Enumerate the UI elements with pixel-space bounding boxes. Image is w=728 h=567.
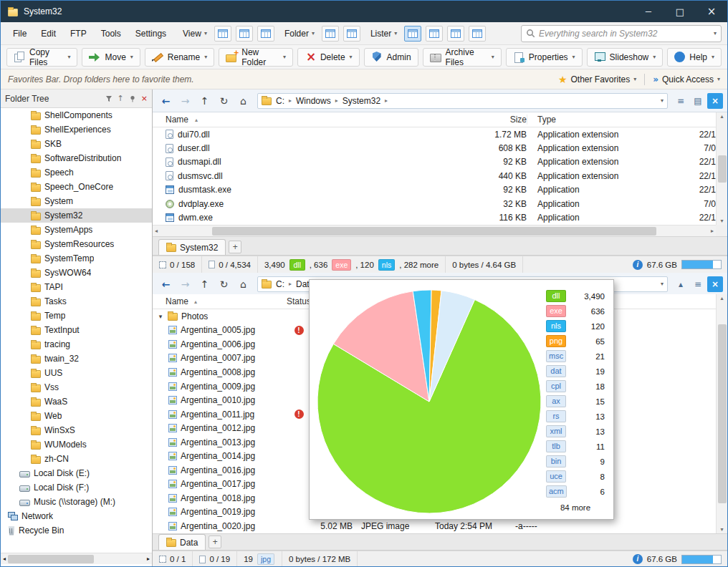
column-header-type[interactable]: Type [527,115,663,125]
file-row[interactable]: dusmtask.exe92 KBApplication22/1 [153,183,716,197]
lister-tree-button[interactable] [469,26,486,42]
filter-icon[interactable] [105,95,112,102]
file-row[interactable]: dusmsvc.dll440 KBApplication extension22… [153,169,716,183]
breadcrumb-item[interactable]: System32 [340,95,383,107]
close-button[interactable]: × [696,1,727,22]
folder-format-button[interactable] [322,26,339,42]
new-folder-button[interactable]: New Folder▾ [219,48,293,67]
forward-button[interactable]: → [176,276,194,293]
column-header-size[interactable]: Size [475,115,527,125]
info-icon[interactable]: i [633,260,643,270]
minimize-button[interactable]: ─ [633,1,664,22]
up-button[interactable]: ↑ [196,92,214,110]
new-tab-button[interactable]: + [229,241,241,253]
expander-icon[interactable]: ▾ [157,313,164,320]
tree-item-system32[interactable]: System32 [1,208,152,223]
lister-menu[interactable]: Lister▾ [363,26,400,42]
folder-options-button[interactable] [343,26,360,42]
scroll-right-icon[interactable]: ▸ [145,556,152,562]
refresh-button[interactable]: ↻ [215,276,233,293]
tab-system32[interactable]: System32 [158,239,226,255]
tree-item-tapi[interactable]: TAPI [1,280,152,294]
file-row[interactable]: dwm.exe116 KBApplication22/1 [153,210,716,224]
tree-item-tracing[interactable]: tracing [1,337,152,352]
pane-close-button[interactable]: × [707,93,723,109]
scroll-left-icon[interactable]: ◂ [1,556,8,562]
menu-item-ftp[interactable]: FTP [64,26,93,42]
breadcrumb-item[interactable]: C: [274,95,287,107]
quick-access-button[interactable]: Quick Access [662,74,714,84]
breadcrumb-dropdown-icon[interactable]: ▾ [661,97,664,104]
scroll-right-icon[interactable]: ▸ [711,228,714,234]
maximize-button[interactable]: □ [664,1,696,22]
tree-item-winsxs[interactable]: WinSxS [1,423,152,437]
tree-item-textinput[interactable]: TextInput [1,323,152,337]
scroll-up-icon[interactable]: ▴ [720,113,723,120]
slideshow-button[interactable]: Slideshow▾ [587,48,664,67]
top-hscrollbar[interactable]: ◂ ▸ [153,225,716,236]
view-list-button[interactable] [257,26,274,42]
bottom-vscrollbar[interactable]: ▴ ▾ [716,294,727,533]
scroll-up-icon[interactable]: ▴ [720,295,723,301]
pane-menu-icon[interactable]: ≡ [673,93,689,109]
pane-menu-icon[interactable]: ≡ [690,276,706,292]
other-favorites-button[interactable]: Other Favorites [570,74,630,84]
file-row[interactable]: duser.dll608 KBApplication extension7/0 [153,141,716,155]
top-vscrollbar[interactable]: ▴ ▾ [716,112,727,225]
folder-tree-hscrollbar[interactable]: ◂ ▸ [1,553,152,564]
scrollbar-thumb[interactable] [718,324,727,503]
tab-data[interactable]: Data [158,534,206,550]
tree-item-tasks[interactable]: Tasks [1,294,152,309]
scrollbar-thumb[interactable] [212,227,656,236]
tree-item-wumodels[interactable]: WUModels [1,437,152,452]
tree-item-systemapps[interactable]: SystemApps [1,223,152,237]
tree-item-zh-cn[interactable]: zh-CN [1,452,152,466]
tree-item-systemtemp[interactable]: SystemTemp [1,251,152,266]
scrollbar-thumb[interactable] [718,155,727,183]
up-button[interactable]: ↑ [196,276,214,293]
back-button[interactable]: ← [157,92,175,110]
tree-item-shellexperiences[interactable]: ShellExperiences [1,122,152,137]
tree-item-system[interactable]: System [1,194,152,208]
menu-item-settings[interactable]: Settings [129,26,173,42]
tree-item-twain-32[interactable]: twain_32 [1,352,152,366]
back-button[interactable]: ← [157,276,175,293]
properties-button[interactable]: Properties▾ [506,48,583,67]
column-header-name[interactable]: Name▴ [153,115,475,125]
breadcrumb-item[interactable]: C: [274,278,287,290]
tree-item-local-disk-f-[interactable]: Local Disk (F:) [1,480,152,495]
tree-item-web[interactable]: Web [1,409,152,423]
scroll-down-icon[interactable]: ▾ [720,526,723,533]
home-button[interactable]: ⌂ [234,92,252,110]
menu-item-tools[interactable]: Tools [95,26,128,42]
scrollbar-thumb[interactable] [8,555,94,563]
tree-item-vss[interactable]: Vss [1,380,152,394]
rename-button[interactable]: Rename▾ [145,48,214,67]
menu-item-file[interactable]: File [6,26,33,42]
tree-item-syswow64[interactable]: SysWOW64 [1,266,152,280]
menu-item-edit[interactable]: Edit [34,26,62,42]
tree-item-network[interactable]: Network [1,509,152,523]
tree-item-waas[interactable]: WaaS [1,394,152,409]
lister-dual-vertical-button[interactable] [426,26,443,42]
tree-item-systemresources[interactable]: SystemResources [1,237,152,251]
tree-item-uus[interactable]: UUS [1,366,152,380]
scroll-left-icon[interactable]: ◂ [155,228,158,234]
delete-button[interactable]: Delete▾ [297,48,360,67]
collapse-all-icon[interactable]: ↑ [118,94,124,103]
view-details-button[interactable] [236,26,253,42]
tree-item-shellcomponents[interactable]: ShellComponents [1,108,152,122]
tree-item-local-disk-e-[interactable]: Local Disk (E:) [1,466,152,480]
file-row[interactable]: dvdplay.exe32 KBApplication7/0 [153,197,716,210]
file-row[interactable]: Argentina_0020.jpg5.02 MBJPEG imageToday… [153,519,716,533]
search-input[interactable] [539,29,710,39]
refresh-button[interactable]: ↻ [215,92,233,110]
admin-button[interactable]: Admin [364,48,418,67]
view-menu[interactable]: View▾ [176,26,210,42]
column-header-name[interactable]: Name▴ [153,296,284,306]
file-row[interactable]: dusmapi.dll92 KBApplication extension22/… [153,155,716,169]
forward-button[interactable]: → [176,92,194,110]
info-icon[interactable]: i [633,554,643,564]
close-icon[interactable]: × [141,94,148,103]
lister-dual-horizontal-button[interactable] [447,26,464,42]
